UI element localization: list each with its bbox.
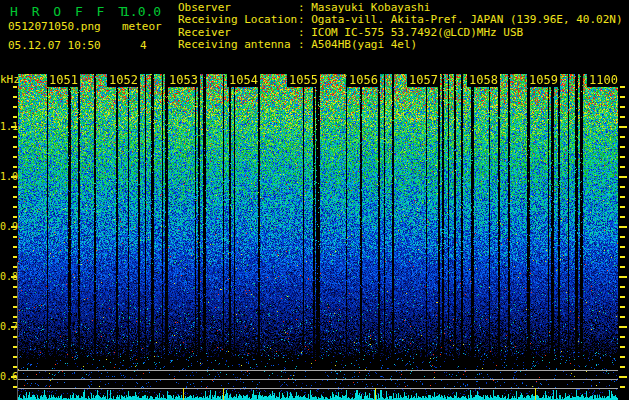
freq-minor-tick-right — [620, 216, 625, 218]
datetime-label: 05.12.07 10:50 — [8, 39, 101, 52]
freq-minor-tick-left — [13, 246, 17, 248]
freq-minor-tick-left — [13, 136, 17, 138]
freq-minor-tick-right — [620, 106, 625, 108]
freq-tick-label: 1.0 — [0, 171, 14, 183]
freq-minor-tick-right — [620, 196, 625, 198]
app-title: H R O F F T — [10, 4, 129, 19]
freq-tick-label: 1.1 — [0, 121, 14, 133]
freq-tick-label: 0.8 — [0, 271, 14, 283]
freq-minor-tick-right — [620, 166, 625, 168]
info-value: Ogata-vill. Akita-Pref. JAPAN (139.96E, … — [311, 13, 622, 26]
echo-count: 4 — [140, 39, 147, 52]
time-tick-label: 1055 — [287, 74, 320, 87]
freq-minor-tick-right — [620, 86, 625, 88]
info-value: ICOM IC-575 53.7492(@LCD)MHz USB — [311, 26, 523, 39]
time-tick-label: 1051 — [47, 74, 80, 87]
station-info-block: Observer: Masayuki KobayashiReceiving Lo… — [178, 2, 623, 52]
freq-minor-tick-right — [620, 186, 625, 188]
freq-minor-tick-left — [13, 116, 17, 118]
freq-minor-tick-right — [620, 336, 625, 338]
freq-minor-tick-right — [620, 116, 625, 118]
info-colon: : — [298, 1, 311, 14]
time-tick-label: 1058 — [467, 74, 500, 87]
mode-label: meteor — [122, 20, 162, 33]
info-colon: : — [298, 13, 311, 26]
info-value: A504HB(yagi 4el) — [311, 38, 417, 51]
freq-minor-tick-right — [620, 136, 625, 138]
khz-axis-label: kHz — [0, 73, 20, 86]
freq-minor-tick-right — [620, 156, 625, 158]
info-row: Receiving antenna: A504HB(yagi 4el) — [178, 39, 623, 51]
freq-tick-label: 0.7 — [0, 321, 14, 333]
spectrogram-canvas — [18, 74, 618, 400]
freq-major-tick-right — [619, 326, 627, 328]
time-tick-label: 1054 — [227, 74, 260, 87]
info-label: Receiving Location — [178, 14, 298, 26]
freq-minor-tick-right — [620, 286, 625, 288]
freq-minor-tick-left — [13, 156, 17, 158]
info-colon: : — [298, 38, 311, 51]
freq-minor-tick-left — [13, 256, 17, 258]
freq-minor-tick-right — [620, 266, 625, 268]
freq-minor-tick-right — [620, 346, 625, 348]
freq-minor-tick-right — [620, 236, 625, 238]
freq-minor-tick-right — [620, 206, 625, 208]
freq-minor-tick-right — [620, 386, 625, 388]
freq-minor-tick-right — [620, 316, 625, 318]
freq-minor-tick-left — [13, 216, 17, 218]
freq-minor-tick-left — [13, 106, 17, 108]
filename-label: 0512071050.png — [8, 20, 101, 33]
freq-minor-tick-right — [620, 256, 625, 258]
freq-minor-tick-left — [13, 186, 17, 188]
info-colon: : — [298, 26, 311, 39]
time-tick-label: 1053 — [167, 74, 200, 87]
freq-minor-tick-left — [13, 86, 17, 88]
freq-major-tick-right — [619, 276, 627, 278]
freq-minor-tick-right — [620, 146, 625, 148]
freq-minor-tick-right — [620, 366, 625, 368]
hrofft-screen: H R O F F T 1.0.0 0512071050.png meteor … — [0, 0, 629, 400]
freq-minor-tick-right — [620, 306, 625, 308]
freq-major-tick-right — [619, 376, 627, 378]
freq-minor-tick-left — [13, 196, 17, 198]
freq-minor-tick-right — [620, 296, 625, 298]
freq-minor-tick-left — [13, 206, 17, 208]
time-tick-label: 1100 — [587, 74, 620, 87]
freq-tick-label: 0.9 — [0, 221, 14, 233]
freq-major-tick-right — [619, 126, 627, 128]
freq-minor-tick-right — [620, 96, 625, 98]
info-value: Masayuki Kobayashi — [311, 1, 430, 14]
freq-minor-tick-right — [620, 246, 625, 248]
freq-minor-tick-left — [13, 96, 17, 98]
freq-minor-tick-left — [13, 146, 17, 148]
time-tick-label: 1057 — [407, 74, 440, 87]
info-label: Receiving antenna — [178, 39, 298, 51]
freq-minor-tick-right — [620, 356, 625, 358]
time-tick-label: 1059 — [527, 74, 560, 87]
freq-minor-tick-left — [13, 166, 17, 168]
freq-major-tick-right — [619, 226, 627, 228]
app-version: 1.0.0 — [122, 4, 161, 19]
freq-tick-label: 0.6 — [0, 371, 14, 383]
freq-minor-tick-left — [13, 236, 17, 238]
freq-major-tick-right — [619, 176, 627, 178]
time-tick-label: 1056 — [347, 74, 380, 87]
time-tick-label: 1052 — [107, 74, 140, 87]
